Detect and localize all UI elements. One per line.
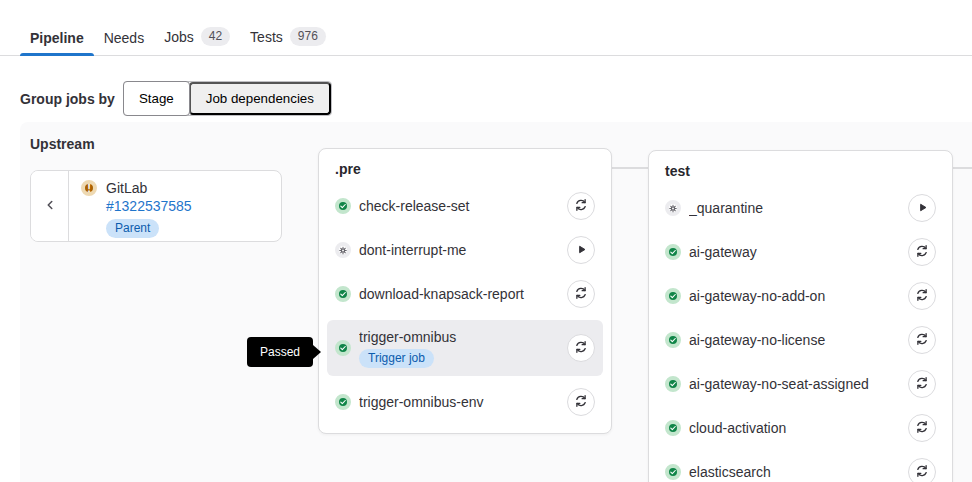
pipeline-tabs: PipelineNeedsJobs42Tests976 xyxy=(0,0,972,56)
upstream-section-title: Upstream xyxy=(30,136,95,152)
job-name: trigger-omnibus xyxy=(359,329,567,346)
group-by-option-job-dependencies[interactable]: Job dependencies xyxy=(189,82,331,115)
retry-job-button[interactable] xyxy=(567,334,595,362)
status-passed-icon xyxy=(665,244,681,260)
stage-name: test xyxy=(649,151,952,186)
status-passed-icon xyxy=(665,288,681,304)
retry-job-button[interactable] xyxy=(567,280,595,308)
retry-icon xyxy=(915,332,929,349)
tab-label: Needs xyxy=(104,30,144,46)
status-passed-icon xyxy=(665,464,681,480)
job-name: check-release-set xyxy=(359,198,567,215)
retry-job-button[interactable] xyxy=(908,326,936,354)
job-list: check-release-set dont-interrupt-me down… xyxy=(319,184,611,424)
job-row-_quarantine[interactable]: _quarantine xyxy=(657,186,944,230)
job-row-ai-gateway[interactable]: ai-gateway xyxy=(657,230,944,274)
stage-column-test: test _quarantine ai-gateway ai-gateway-n… xyxy=(648,150,953,482)
tab-count-badge: 42 xyxy=(201,27,230,46)
retry-icon xyxy=(915,376,929,393)
job-name: download-knapsack-report xyxy=(359,286,567,303)
tab-jobs[interactable]: Jobs42 xyxy=(154,18,240,55)
status-passed-icon xyxy=(335,394,351,410)
job-name: ai-gateway xyxy=(689,244,908,261)
group-jobs-by-label: Group jobs by xyxy=(20,91,115,107)
upstream-project-name: GitLab xyxy=(106,180,192,197)
tab-label: Tests xyxy=(250,29,283,45)
status-passed-icon xyxy=(665,376,681,392)
job-name: elasticsearch xyxy=(689,464,908,481)
play-icon xyxy=(917,201,928,216)
job-row-elasticsearch[interactable]: elasticsearch xyxy=(657,450,944,482)
job-row-ai-gateway-no-seat-assigned[interactable]: ai-gateway-no-seat-assigned xyxy=(657,362,944,406)
job-row-dont-interrupt-me[interactable]: dont-interrupt-me xyxy=(327,228,603,272)
upstream-pipeline-card: ! GitLab #1322537585 Parent xyxy=(30,170,282,242)
job-name: ai-gateway-no-seat-assigned xyxy=(689,376,908,393)
stage-connector-line xyxy=(612,167,648,169)
stage-connector-line xyxy=(953,167,972,169)
status-passed-icon xyxy=(335,286,351,302)
status-manual-gear-icon xyxy=(335,242,351,258)
upstream-pipeline-link[interactable]: #1322537585 xyxy=(106,197,192,215)
tab-tests[interactable]: Tests976 xyxy=(240,18,336,55)
retry-job-button[interactable] xyxy=(567,388,595,416)
tab-label: Jobs xyxy=(164,29,194,45)
job-row-trigger-omnibus[interactable]: trigger-omnibusTrigger job xyxy=(327,320,603,376)
job-row-cloud-activation[interactable]: cloud-activation xyxy=(657,406,944,450)
job-row-ai-gateway-no-license[interactable]: ai-gateway-no-license xyxy=(657,318,944,362)
group-by-option-stage[interactable]: Stage xyxy=(123,81,190,116)
retry-job-button[interactable] xyxy=(908,282,936,310)
job-row-check-release-set[interactable]: check-release-set xyxy=(327,184,603,228)
retry-icon xyxy=(574,198,588,215)
retry-icon xyxy=(915,288,929,305)
job-status-tooltip: Passed xyxy=(247,337,313,367)
retry-job-button[interactable] xyxy=(908,414,936,442)
retry-job-button[interactable] xyxy=(567,192,595,220)
stage-name: .pre xyxy=(319,149,611,184)
group-jobs-by-control: Group jobs by StageJob dependencies xyxy=(20,81,332,116)
retry-icon xyxy=(574,394,588,411)
job-name: trigger-omnibus-env xyxy=(359,394,567,411)
tooltip-text: Passed xyxy=(260,345,300,359)
chevron-left-icon xyxy=(43,198,57,215)
retry-job-button[interactable] xyxy=(908,458,936,482)
status-warning-icon: ! xyxy=(81,180,97,196)
collapse-upstream-button[interactable] xyxy=(31,171,69,241)
tab-pipeline[interactable]: Pipeline xyxy=(20,21,94,55)
tab-count-badge: 976 xyxy=(290,27,326,46)
retry-icon xyxy=(574,286,588,303)
job-name: ai-gateway-no-license xyxy=(689,332,908,349)
tab-label: Pipeline xyxy=(30,30,84,46)
job-row-ai-gateway-no-add-on[interactable]: ai-gateway-no-add-on xyxy=(657,274,944,318)
status-passed-icon xyxy=(335,198,351,214)
status-manual-gear-icon xyxy=(665,200,681,216)
pipeline-graph-canvas: Upstream ! GitLab #1322537585 Parent .pr… xyxy=(20,122,972,482)
tab-needs[interactable]: Needs xyxy=(94,21,154,55)
tooltip-arrow xyxy=(313,345,321,359)
job-row-trigger-omnibus-env[interactable]: trigger-omnibus-env xyxy=(327,380,603,424)
retry-job-button[interactable] xyxy=(908,370,936,398)
job-name: dont-interrupt-me xyxy=(359,242,567,259)
job-name: ai-gateway-no-add-on xyxy=(689,288,908,305)
job-row-download-knapsack-report[interactable]: download-knapsack-report xyxy=(327,272,603,316)
job-list: _quarantine ai-gateway ai-gateway-no-add… xyxy=(649,186,952,482)
job-name: cloud-activation xyxy=(689,420,908,437)
retry-job-button[interactable] xyxy=(908,238,936,266)
retry-icon xyxy=(915,420,929,437)
retry-icon xyxy=(574,340,588,357)
status-passed-icon xyxy=(335,340,351,356)
job-name: _quarantine xyxy=(689,200,908,217)
play-icon xyxy=(576,243,587,258)
retry-icon xyxy=(915,244,929,261)
group-jobs-by-segmented: StageJob dependencies xyxy=(123,81,332,116)
status-passed-icon xyxy=(665,420,681,436)
parent-badge: Parent xyxy=(106,219,159,238)
status-passed-icon xyxy=(665,332,681,348)
retry-icon xyxy=(915,464,929,481)
play-job-button[interactable] xyxy=(567,236,595,264)
stage-column-pre: .pre check-release-set dont-interrupt-me… xyxy=(318,148,612,434)
play-job-button[interactable] xyxy=(908,194,936,222)
trigger-job-badge: Trigger job xyxy=(359,349,434,368)
